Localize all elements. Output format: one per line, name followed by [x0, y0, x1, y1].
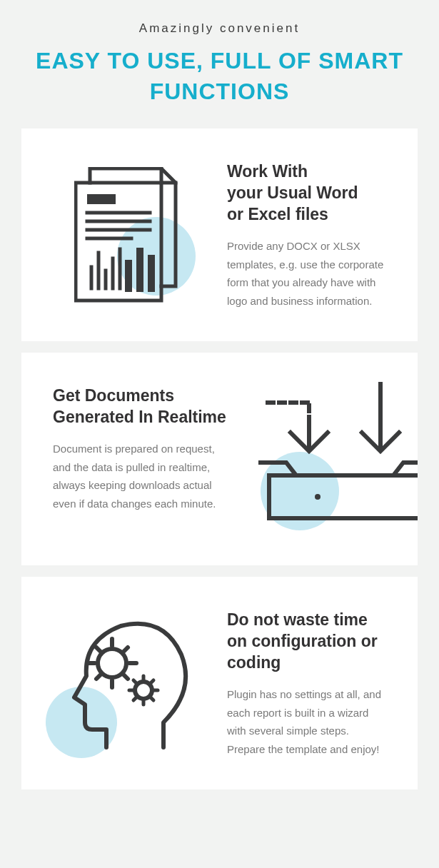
feature-text: Do not waste time on configuration or co…	[227, 608, 386, 758]
svg-line-28	[96, 647, 101, 652]
feature-card-word-excel: Work With your Usual Word or Excel files…	[21, 128, 418, 341]
feature-text: Work With your Usual Word or Excel files…	[227, 160, 386, 310]
svg-line-29	[123, 675, 128, 679]
feature-body: Provide any DOCX or XLSX templates, e.g.…	[227, 237, 386, 310]
head-gears-icon	[53, 608, 203, 758]
document-report-icon	[53, 160, 203, 310]
page-subtitle: Amazingly convenient	[21, 21, 418, 36]
svg-point-22	[315, 494, 321, 500]
feature-body: Document is prepared on request, and the…	[53, 440, 229, 513]
page-title: EASY TO USE, FULL OF SMART FUNCTIONS	[21, 46, 418, 107]
svg-line-39	[133, 697, 136, 700]
feature-text: Get Documents Generated In Realtime Docu…	[53, 384, 229, 513]
svg-rect-1	[87, 194, 116, 204]
feature-card-no-config: Do not waste time on configuration or co…	[21, 577, 418, 789]
svg-line-38	[151, 697, 153, 700]
svg-rect-21	[269, 475, 418, 518]
svg-line-40	[151, 680, 153, 683]
feature-title: Get Documents Generated In Realtime	[53, 385, 229, 428]
feature-title: Do not waste time on configuration or co…	[227, 610, 386, 674]
feature-card-realtime: Get Documents Generated In Realtime Docu…	[21, 353, 418, 565]
svg-line-37	[133, 680, 136, 683]
download-tray-icon	[253, 384, 418, 534]
page-header: Amazingly convenient EASY TO USE, FULL O…	[21, 21, 418, 107]
feature-body: Plugin has no settings at all, and each …	[227, 685, 386, 758]
svg-line-31	[123, 647, 128, 652]
feature-title: Work With your Usual Word or Excel files	[227, 161, 386, 226]
svg-line-30	[96, 675, 101, 679]
